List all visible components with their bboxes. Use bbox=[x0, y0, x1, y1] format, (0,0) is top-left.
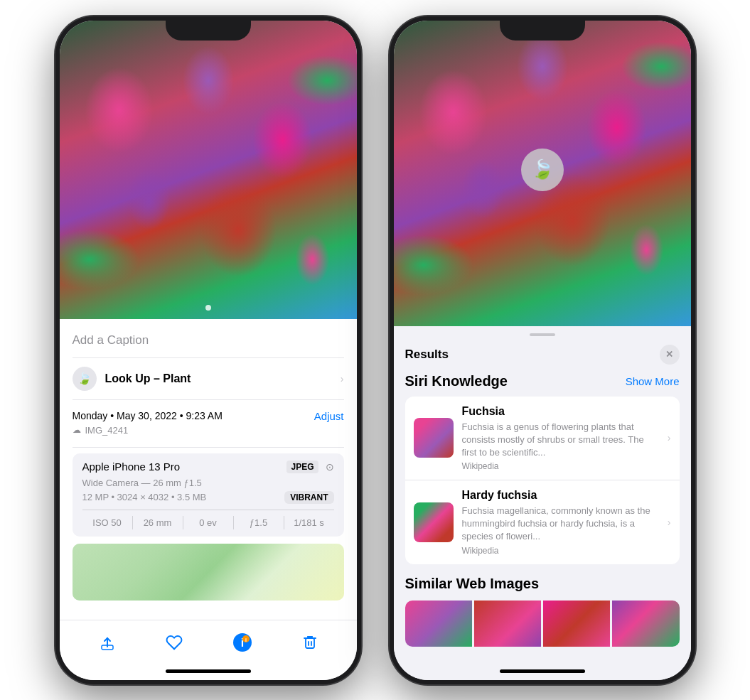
home-bar-r bbox=[500, 669, 585, 673]
siri-leaf-icon: 🍃 bbox=[531, 158, 554, 181]
fuchsia-description: Fuchsia is a genus of flowering plants t… bbox=[462, 421, 659, 460]
similar-title: Similar Web Images bbox=[405, 576, 680, 592]
similar-image-4[interactable] bbox=[612, 601, 679, 647]
siri-knowledge-title: Siri Knowledge bbox=[405, 373, 508, 389]
lookup-row[interactable]: 🍃 Look Up – Plant › bbox=[73, 358, 344, 400]
fuchsia-source: Wikipedia bbox=[462, 461, 659, 471]
filename: IMG_4241 bbox=[85, 425, 129, 436]
home-indicator-r bbox=[394, 665, 691, 680]
hardy-text: Hardy fuchsia Fuchsia magellanica, commo… bbox=[462, 489, 659, 556]
siri-visual-search-button[interactable]: 🍃 bbox=[521, 149, 564, 191]
results-header: Results ✕ bbox=[394, 342, 691, 373]
similar-images-section: Similar Web Images bbox=[394, 564, 691, 647]
exif-row: ISO 50 26 mm 0 ev ƒ1.5 1/181 s bbox=[82, 510, 334, 529]
info-button[interactable]: i i bbox=[232, 632, 252, 657]
results-panel: Results ✕ Siri Knowledge Show More Fuchs… bbox=[394, 326, 691, 665]
hardy-name: Hardy fuchsia bbox=[462, 489, 659, 502]
delete-button[interactable] bbox=[302, 634, 318, 655]
chevron-right-hardy: › bbox=[668, 517, 671, 528]
flower-photo-right[interactable]: 🍃 bbox=[394, 21, 691, 326]
similar-images-grid bbox=[405, 601, 680, 647]
hardy-thumbnail bbox=[414, 502, 454, 542]
date-text: Monday • May 30, 2022 • 9:23 AM bbox=[73, 410, 223, 421]
mp-info: 12 MP • 3024 × 4032 • 3.5 MB bbox=[82, 492, 207, 502]
home-bar bbox=[166, 669, 251, 673]
left-phone: Add a Caption 🍃 Look Up – Plant › Monday… bbox=[55, 16, 361, 684]
share-button[interactable] bbox=[99, 634, 116, 655]
photo-toolbar: i i bbox=[60, 620, 357, 665]
fuchsia-text: Fuchsia Fuchsia is a genus of flowering … bbox=[462, 405, 659, 472]
exif-focal: 26 mm bbox=[133, 516, 183, 529]
caption-field[interactable]: Add a Caption bbox=[73, 329, 344, 358]
similar-image-1[interactable] bbox=[405, 601, 472, 647]
results-title: Results bbox=[405, 348, 449, 362]
fuchsia-thumbnail bbox=[414, 418, 454, 458]
adjust-button[interactable]: Adjust bbox=[314, 410, 344, 422]
notch-r bbox=[500, 16, 585, 41]
drag-handle bbox=[530, 333, 555, 336]
chevron-right-icon: › bbox=[341, 373, 344, 384]
right-screen: 🍃 Results ✕ Siri Knowledge Show More bbox=[394, 21, 691, 680]
vibrant-badge: VIBRANT bbox=[284, 491, 333, 504]
exif-shutter: 1/181 s bbox=[284, 516, 334, 529]
home-indicator bbox=[60, 665, 357, 680]
lookup-icon: 🍃 bbox=[73, 367, 97, 391]
right-phone: 🍃 Results ✕ Siri Knowledge Show More bbox=[390, 16, 695, 684]
hardy-fuchsia-item[interactable]: Hardy fuchsia Fuchsia magellanica, commo… bbox=[405, 480, 680, 564]
exif-ev: 0 ev bbox=[183, 516, 234, 529]
exif-aperture: ƒ1.5 bbox=[234, 516, 284, 529]
left-screen: Add a Caption 🍃 Look Up – Plant › Monday… bbox=[60, 21, 357, 680]
date-row: Monday • May 30, 2022 • 9:23 AM Adjust ☁… bbox=[73, 400, 344, 448]
similar-image-3[interactable] bbox=[543, 601, 610, 647]
jpeg-badge: JPEG bbox=[286, 461, 318, 473]
location-icon: ⊙ bbox=[326, 461, 334, 473]
photo-info-panel: Add a Caption 🍃 Look Up – Plant › Monday… bbox=[60, 319, 357, 620]
cloud-icon: ☁ bbox=[73, 425, 81, 435]
show-more-button[interactable]: Show More bbox=[626, 375, 680, 387]
exif-iso: ISO 50 bbox=[82, 516, 133, 529]
map-preview[interactable] bbox=[73, 544, 344, 601]
filename-row: ☁ IMG_4241 bbox=[73, 425, 344, 443]
hardy-description: Fuchsia magellanica, commonly known as t… bbox=[462, 505, 659, 544]
siri-knowledge-section: Siri Knowledge Show More Fuchsia Fuchsia… bbox=[394, 373, 691, 564]
device-row: Apple iPhone 13 Pro JPEG ⊙ Wide Camera —… bbox=[73, 453, 344, 537]
leaf-icon: 🍃 bbox=[77, 372, 92, 385]
fuchsia-item[interactable]: Fuchsia Fuchsia is a genus of flowering … bbox=[405, 397, 680, 481]
hardy-source: Wikipedia bbox=[462, 546, 659, 556]
fuchsia-name: Fuchsia bbox=[462, 405, 659, 418]
like-button[interactable] bbox=[166, 634, 183, 655]
device-name: Apple iPhone 13 Pro bbox=[82, 461, 181, 473]
close-button[interactable]: ✕ bbox=[660, 345, 680, 365]
knowledge-card: Fuchsia Fuchsia is a genus of flowering … bbox=[405, 397, 680, 564]
camera-info: Wide Camera — 26 mm ƒ1.5 bbox=[82, 478, 334, 488]
flower-photo-left[interactable] bbox=[60, 21, 357, 319]
svg-text:i: i bbox=[245, 637, 247, 642]
similar-image-2[interactable] bbox=[474, 601, 541, 647]
svg-rect-5 bbox=[306, 638, 314, 648]
chevron-right-fuchsia: › bbox=[668, 432, 671, 443]
lookup-text: Look Up – Plant bbox=[105, 372, 191, 385]
notch bbox=[166, 16, 251, 41]
